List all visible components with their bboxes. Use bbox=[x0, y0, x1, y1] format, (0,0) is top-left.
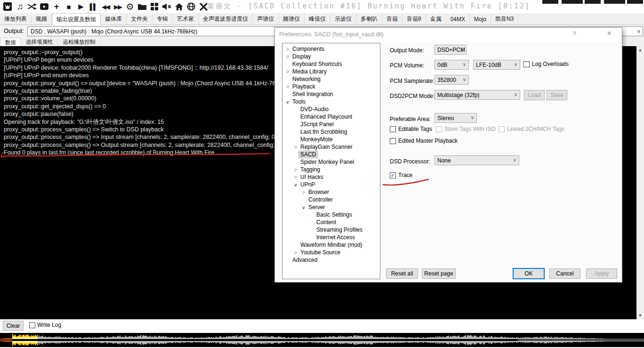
reset-all-button[interactable]: Reset all bbox=[386, 268, 418, 279]
preferable-area-label: Preferable Area: bbox=[390, 116, 431, 122]
tree-item-browser[interactable]: >Browser bbox=[282, 188, 380, 196]
tree-item-jscript-panel[interactable]: JScript Panel bbox=[282, 121, 380, 128]
rewind-icon[interactable]: ◀◀ bbox=[100, 1, 111, 12]
scroll-down-icon[interactable]: ▼ bbox=[636, 312, 644, 319]
folder-icon[interactable] bbox=[137, 1, 148, 12]
music-note-icon[interactable]: ♫ bbox=[14, 1, 25, 12]
tab-金属[interactable]: 金属 bbox=[426, 13, 446, 24]
tab-文件夹[interactable]: 文件夹 bbox=[127, 13, 153, 24]
tree-item-tools[interactable]: ∨Tools bbox=[282, 98, 380, 105]
tab-频谱仪[interactable]: 频谱仪 bbox=[279, 13, 305, 24]
output-mode-combo[interactable]: DSD+PCM∨ bbox=[435, 45, 467, 55]
tree-item-controller[interactable]: Controller bbox=[282, 196, 380, 203]
pcm-volume-combo[interactable]: 0dB∨ bbox=[435, 60, 469, 70]
scroll-up-icon[interactable]: ▲ bbox=[636, 46, 644, 54]
tab-峰值仪[interactable]: 峰值仪 bbox=[305, 13, 330, 24]
write-log-checkbox[interactable] bbox=[29, 322, 35, 328]
trace-checkbox[interactable]: ✓ bbox=[390, 172, 396, 178]
log-overloads-checkbox[interactable] bbox=[523, 61, 530, 67]
tree-item-internet-access[interactable]: Internet Access bbox=[282, 234, 380, 241]
tree-item-server[interactable]: ∨Server bbox=[282, 203, 380, 211]
tree-item-basic-settings[interactable]: Basic Settings bbox=[282, 211, 380, 219]
pause-icon[interactable]: ▌▌ bbox=[88, 1, 99, 12]
tree-item-playback[interactable]: >Playback bbox=[282, 83, 380, 90]
tab-声谱仪[interactable]: 声谱仪 bbox=[253, 13, 279, 24]
trace-option[interactable]: ✓ Trace bbox=[390, 172, 412, 178]
subtab-远程播放控制[interactable]: 远程播放控制 bbox=[58, 38, 101, 46]
help-icon[interactable]: ? bbox=[569, 30, 580, 40]
pcm-samplerate-combo[interactable]: 352800∨ bbox=[435, 75, 469, 85]
tree-item-media-library[interactable]: >Media Library bbox=[282, 68, 380, 75]
tree-item-content[interactable]: Content bbox=[282, 219, 380, 226]
home-icon[interactable] bbox=[173, 1, 185, 12]
dsd2pcm-mode-combo[interactable]: Multistage (32fp)∨ bbox=[435, 90, 520, 100]
editable-tags-checkbox[interactable] bbox=[390, 126, 396, 132]
tab-Mojo[interactable]: Mojo bbox=[470, 13, 491, 24]
reset-page-button[interactable]: Reset page bbox=[422, 268, 456, 279]
tree-item-components[interactable]: >Components bbox=[282, 45, 380, 53]
web-globe-icon[interactable] bbox=[185, 1, 197, 12]
tree-item-sacd[interactable]: SACD bbox=[282, 151, 380, 158]
tab-视频[interactable]: 视频 bbox=[32, 13, 52, 24]
tree-item-streaming-profiles[interactable]: Streaming Profiles bbox=[282, 226, 380, 234]
tree-item-advanced[interactable]: Advanced bbox=[282, 256, 380, 264]
foobar-logo-icon[interactable] bbox=[2, 1, 13, 12]
tree-item-monkeymote[interactable]: MonkeyMote bbox=[282, 136, 380, 143]
tab-艺术家[interactable]: 艺术家 bbox=[173, 13, 199, 24]
tree-item-tagging[interactable]: >Tagging bbox=[282, 166, 380, 173]
console-scrollbar[interactable]: ▲ ▼ bbox=[636, 46, 644, 319]
save-button[interactable]: Save bbox=[547, 90, 567, 100]
layout-grid-icon[interactable] bbox=[149, 1, 160, 12]
cancel-button[interactable]: Cancel bbox=[549, 268, 580, 279]
dialog-title-bar[interactable]: Preferences: SACD (foo_input_sacd.dll) ?… bbox=[275, 28, 622, 42]
tab-媒体库[interactable]: 媒体库 bbox=[101, 13, 127, 24]
tree-item-networking[interactable]: Networking bbox=[282, 75, 380, 83]
tab-专辑[interactable]: 专辑 bbox=[153, 13, 173, 24]
stop-icon[interactable]: ■ bbox=[63, 1, 74, 12]
settings-gear-icon[interactable]: ⚙ bbox=[124, 1, 136, 12]
tab-04MX[interactable]: 04MX bbox=[446, 13, 470, 24]
subtab-数据[interactable]: 数据 bbox=[0, 38, 21, 46]
play-icon[interactable]: ▶ bbox=[75, 1, 87, 12]
shuffle-icon[interactable] bbox=[26, 1, 38, 12]
tree-item-last-fm-scrobbling[interactable]: Last.fm Scrobbling bbox=[282, 128, 380, 136]
edited-master-checkbox[interactable] bbox=[390, 138, 396, 144]
tab-全声道波形进度仪[interactable]: 全声道波形进度仪 bbox=[199, 13, 253, 24]
close-icon[interactable]: × bbox=[603, 29, 615, 40]
tree-item-ui-hacks[interactable]: >UI Hacks bbox=[282, 173, 380, 181]
youtube-icon[interactable] bbox=[39, 1, 50, 12]
fast-forward-icon[interactable]: ▶▶ bbox=[112, 1, 123, 12]
log-overloads-option[interactable]: Log Overloads bbox=[523, 61, 569, 67]
tree-item-spider-monkey-panel[interactable]: Spider Monkey Panel bbox=[282, 158, 380, 166]
preferable-area-combo[interactable]: Stereo∨ bbox=[435, 113, 477, 123]
tree-item-youtube-source[interactable]: >Youtube Source bbox=[282, 249, 380, 256]
tab-播放列表[interactable]: 播放列表 bbox=[0, 13, 32, 24]
tree-item-upnp[interactable]: ∨UPnP bbox=[282, 181, 380, 188]
subtab-选择项属性[interactable]: 选择项属性 bbox=[21, 38, 58, 46]
ok-button[interactable]: OK bbox=[513, 268, 545, 279]
editable-tags-option[interactable]: Editable Tags bbox=[390, 126, 432, 132]
tab-音箱8[interactable]: 音箱8 bbox=[402, 13, 426, 24]
tree-item-display[interactable]: >Display bbox=[282, 53, 380, 60]
mute-icon[interactable] bbox=[161, 1, 172, 12]
clear-button[interactable]: Clear bbox=[3, 321, 24, 331]
apply-button[interactable]: Apply bbox=[586, 268, 617, 279]
tab-输出设置及数据[interactable]: 输出设置及数据 bbox=[52, 13, 101, 25]
tab-凯音N3[interactable]: 凯音N3 bbox=[491, 13, 518, 24]
tree-item-keyboard-shortcuts[interactable]: Keyboard Shortcuts bbox=[282, 60, 380, 68]
waveform-seekbar[interactable] bbox=[0, 333, 644, 347]
tree-item-dvd-audio[interactable]: DVD-Audio bbox=[282, 105, 380, 113]
add-icon[interactable]: + bbox=[51, 1, 62, 12]
write-log-option[interactable]: Write Log bbox=[29, 322, 61, 328]
tab-音箱[interactable]: 音箱 bbox=[382, 13, 402, 24]
tree-item-waveform-minibar-mod-[interactable]: Waveform Minibar (mod) bbox=[282, 241, 380, 249]
tree-item-enhanced-playcount[interactable]: Enhanced Playcount bbox=[282, 113, 380, 121]
tab-示波仪[interactable]: 示波仪 bbox=[330, 13, 356, 24]
dsd-processor-combo[interactable]: None∨ bbox=[435, 155, 519, 165]
tree-item-replaygain-scanner[interactable]: >ReplayGain Scanner bbox=[282, 143, 380, 151]
lfe-volume-combo[interactable]: LFE-10dB∨ bbox=[473, 60, 520, 70]
tree-item-shell-integration[interactable]: Shell Integration bbox=[282, 90, 380, 98]
tab-多喇叭[interactable]: 多喇叭 bbox=[356, 13, 382, 24]
edited-master-option[interactable]: Edited Master Playback bbox=[390, 138, 458, 144]
load-button[interactable]: Load bbox=[524, 90, 545, 100]
